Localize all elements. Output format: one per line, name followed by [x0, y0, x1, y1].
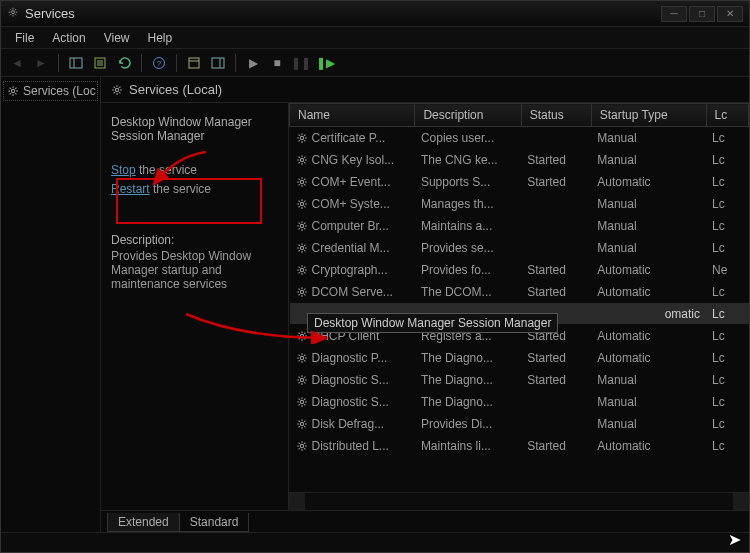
cell-startup: Automatic	[591, 347, 706, 369]
mouse-cursor: ➤	[728, 530, 741, 549]
cell-description: The Diagno...	[415, 369, 521, 391]
table-row[interactable]: COM+ Event...Supports S...StartedAutomat…	[290, 171, 749, 193]
maximize-button[interactable]: □	[689, 6, 715, 22]
main-header-title: Services (Local)	[129, 82, 222, 97]
cell-name: Certificate P...	[290, 127, 415, 149]
menu-view[interactable]: View	[96, 29, 138, 47]
table-row[interactable]: Distributed L...Maintains li...StartedAu…	[290, 435, 749, 457]
tree-root-label: Services (Loc	[23, 84, 96, 98]
cell-startup: Automatic	[591, 281, 706, 303]
tab-standard[interactable]: Standard	[179, 513, 250, 532]
cell-logon: Lc	[706, 127, 749, 149]
selected-service-title: Desktop Window Manager Session Manager	[111, 115, 278, 143]
cell-logon: Lc	[706, 281, 749, 303]
col-startup-type[interactable]: Startup Type	[591, 104, 706, 127]
titlebar[interactable]: Services ─ □ ✕	[1, 1, 749, 27]
tooltip: Desktop Window Manager Session Manager	[307, 313, 558, 333]
table-row[interactable]: Computer Br...Maintains a...ManualLc	[290, 215, 749, 237]
cell-startup: Automatic	[591, 325, 706, 347]
cell-status: Started	[521, 259, 591, 281]
export-list-button[interactable]	[90, 53, 110, 73]
svg-text:?: ?	[157, 59, 162, 68]
action-pane-button[interactable]	[208, 53, 228, 73]
table-row[interactable]: Credential M...Provides se...ManualLc	[290, 237, 749, 259]
window-title: Services	[25, 6, 661, 21]
table-row[interactable]: Cryptograph...Provides fo...StartedAutom…	[290, 259, 749, 281]
toolbar: ◄ ► ? ▶ ■ ❚❚ ❚▶	[1, 49, 749, 77]
stop-service-link[interactable]: Stop	[111, 163, 136, 177]
menu-help[interactable]: Help	[140, 29, 181, 47]
cell-status: Started	[521, 149, 591, 171]
cell-description: Copies user...	[415, 127, 521, 149]
cell-status: Started	[521, 435, 591, 457]
menu-file[interactable]: File	[7, 29, 42, 47]
cell-name: DCOM Serve...	[290, 281, 415, 303]
description-label: Description:	[111, 233, 278, 247]
cell-startup: Automatic	[591, 435, 706, 457]
cell-name: Computer Br...	[290, 215, 415, 237]
tree-pane: Services (Loc	[1, 77, 101, 532]
show-hide-tree-button[interactable]	[66, 53, 86, 73]
cell-logon: Lc	[706, 237, 749, 259]
separator	[141, 54, 142, 72]
properties-button[interactable]	[184, 53, 204, 73]
minimize-button[interactable]: ─	[661, 6, 687, 22]
help-button[interactable]: ?	[149, 53, 169, 73]
cell-startup: Automatic	[591, 171, 706, 193]
stop-service-button[interactable]: ■	[267, 53, 287, 73]
col-description[interactable]: Description	[415, 104, 521, 127]
start-service-button[interactable]: ▶	[243, 53, 263, 73]
cell-description: The Diagno...	[415, 347, 521, 369]
col-status[interactable]: Status	[521, 104, 591, 127]
cell-startup: Manual	[591, 237, 706, 259]
restart-service-button[interactable]: ❚▶	[315, 53, 335, 73]
svg-rect-14	[189, 58, 199, 68]
main-header: Services (Local)	[101, 77, 749, 103]
forward-button[interactable]: ►	[31, 53, 51, 73]
cell-logon: Lc	[706, 325, 749, 347]
cell-name: Diagnostic P...	[290, 347, 415, 369]
cell-status	[521, 391, 591, 413]
close-button[interactable]: ✕	[717, 6, 743, 22]
cell-status	[521, 127, 591, 149]
table-row[interactable]: DCOM Serve...The DCOM...StartedAutomatic…	[290, 281, 749, 303]
table-row[interactable]: Diagnostic S...The Diagno...StartedManua…	[290, 369, 749, 391]
restart-service-link[interactable]: Restart	[111, 182, 150, 196]
table-row[interactable]: COM+ Syste...Manages th...ManualLc	[290, 193, 749, 215]
table-row[interactable]: Diagnostic P...The Diagno...StartedAutom…	[290, 347, 749, 369]
horizontal-scrollbar[interactable]	[289, 492, 749, 510]
table-row[interactable]: Disk Defrag...Provides Di...ManualLc	[290, 413, 749, 435]
svg-rect-9	[70, 58, 82, 68]
refresh-button[interactable]	[114, 53, 134, 73]
tab-extended[interactable]: Extended	[107, 513, 180, 532]
tree-root-services[interactable]: Services (Loc	[3, 81, 98, 101]
cell-name: CNG Key Isol...	[290, 149, 415, 171]
cell-logon: Lc	[706, 303, 749, 325]
cell-logon: Lc	[706, 215, 749, 237]
col-logon[interactable]: Lc	[706, 104, 749, 127]
pause-service-button[interactable]: ❚❚	[291, 53, 311, 73]
cell-description: Maintains li...	[415, 435, 521, 457]
cell-startup: Automatic	[591, 259, 706, 281]
cell-name: Disk Defrag...	[290, 413, 415, 435]
table-row[interactable]: Diagnostic S...The Diagno...ManualLc	[290, 391, 749, 413]
description-pane: Desktop Window Manager Session Manager S…	[101, 103, 289, 510]
separator	[235, 54, 236, 72]
cell-startup: Manual	[591, 193, 706, 215]
cell-logon: Lc	[706, 171, 749, 193]
table-row[interactable]: Certificate P...Copies user...ManualLc	[290, 127, 749, 149]
menubar: File Action View Help	[1, 27, 749, 49]
cell-description: Supports S...	[415, 171, 521, 193]
col-name[interactable]: Name	[290, 104, 415, 127]
services-table[interactable]: Name Description Status Startup Type Lc …	[289, 103, 749, 457]
cell-description: Manages th...	[415, 193, 521, 215]
services-table-wrap: Name Description Status Startup Type Lc …	[289, 103, 749, 510]
table-row[interactable]: CNG Key Isol...The CNG ke...StartedManua…	[290, 149, 749, 171]
cell-name: Cryptograph...	[290, 259, 415, 281]
back-button[interactable]: ◄	[7, 53, 27, 73]
cell-logon: Lc	[706, 149, 749, 171]
stop-service-link-line: Stop the service	[111, 161, 278, 180]
menu-action[interactable]: Action	[44, 29, 93, 47]
cell-status	[521, 237, 591, 259]
cell-logon: Ne	[706, 259, 749, 281]
